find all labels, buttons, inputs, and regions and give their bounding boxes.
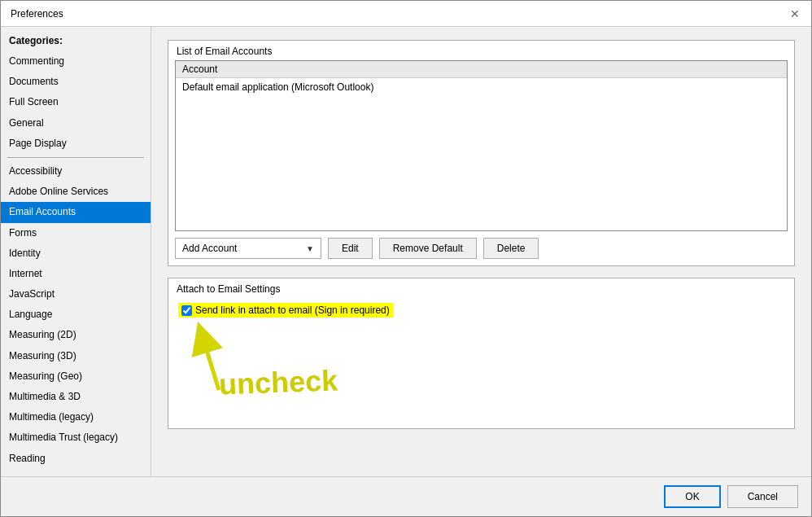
delete-button[interactable]: Delete: [483, 238, 539, 259]
attach-section-title: Attach to Email Settings: [168, 278, 794, 298]
send-link-checkbox[interactable]: [181, 305, 192, 316]
attach-section: Attach to Email Settings Send link in at…: [168, 278, 795, 429]
dialog-title: Preferences: [11, 8, 63, 20]
attach-content: Send link in attach to email (Sign in re…: [168, 298, 794, 428]
send-link-checkbox-row: Send link in attach to email (Sign in re…: [178, 303, 784, 318]
sidebar: Categories: CommentingDocumentsFull Scre…: [1, 27, 151, 476]
dialog-body: Categories: CommentingDocumentsFull Scre…: [1, 27, 811, 476]
sidebar-item-identity[interactable]: Identity: [1, 243, 151, 264]
edit-button[interactable]: Edit: [328, 238, 373, 259]
dropdown-arrow-icon: ▼: [306, 244, 314, 253]
sidebar-item-measuring--2d-[interactable]: Measuring (2D): [1, 325, 151, 345]
email-accounts-box: Account Default email application (Micro…: [175, 60, 788, 231]
sidebar-item-multimedia-trust--legacy-[interactable]: Multimedia Trust (legacy): [1, 427, 151, 448]
sidebar-item-multimedia---3d[interactable]: Multimedia & 3D: [1, 387, 151, 407]
account-item: Default email application (Microsoft Out…: [176, 78, 787, 96]
sidebar-item-adobe-online-services[interactable]: Adobe Online Services: [1, 182, 151, 202]
ok-button[interactable]: OK: [664, 485, 720, 508]
sidebar-item-measuring--3d-[interactable]: Measuring (3D): [1, 346, 151, 366]
sidebar-divider: [7, 157, 144, 158]
sidebar-item-page-display[interactable]: Page Display: [1, 134, 151, 154]
close-button[interactable]: ✕: [788, 7, 801, 20]
dialog-footer: OK Cancel: [1, 476, 811, 516]
add-account-dropdown[interactable]: Add Account ▼: [175, 238, 321, 259]
sidebar-item-general[interactable]: General: [1, 113, 151, 134]
sidebar-item-reading[interactable]: Reading: [1, 449, 151, 468]
sidebar-item-internet[interactable]: Internet: [1, 264, 151, 284]
svg-line-1: [203, 337, 219, 390]
cancel-button[interactable]: Cancel: [727, 485, 798, 508]
add-account-label: Add Account: [182, 243, 237, 254]
checkbox-highlight: Send link in attach to email (Sign in re…: [178, 303, 393, 318]
sidebar-item-javascript[interactable]: JavaScript: [1, 284, 151, 305]
preferences-dialog: Preferences ✕ Categories: CommentingDocu…: [0, 0, 812, 517]
sidebar-item-email-accounts[interactable]: Email Accounts: [1, 202, 151, 222]
sidebar-list: CommentingDocumentsFull ScreenGeneralPag…: [1, 51, 151, 468]
remove-default-button[interactable]: Remove Default: [379, 238, 477, 259]
sidebar-item-multimedia--legacy-[interactable]: Multimedia (legacy): [1, 407, 151, 427]
sidebar-item-full-screen[interactable]: Full Screen: [1, 92, 151, 112]
sidebar-item-forms[interactable]: Forms: [1, 223, 151, 243]
main-content: List of Email Accounts Account Default e…: [151, 27, 811, 476]
title-bar: Preferences ✕: [1, 1, 811, 27]
account-button-row: Add Account ▼ Edit Remove Default Delete: [168, 238, 794, 265]
email-accounts-title: List of Email Accounts: [168, 41, 794, 60]
send-link-label: Send link in attach to email (Sign in re…: [195, 305, 390, 316]
account-header: Account: [176, 61, 787, 78]
sidebar-item-documents[interactable]: Documents: [1, 72, 151, 92]
sidebar-item-measuring--geo-[interactable]: Measuring (Geo): [1, 366, 151, 387]
sidebar-item-accessibility[interactable]: Accessibility: [1, 161, 151, 182]
email-accounts-section: List of Email Accounts Account Default e…: [168, 40, 795, 266]
uncheck-annotation-text: uncheck: [218, 363, 338, 401]
categories-label: Categories:: [1, 35, 151, 51]
sidebar-item-language[interactable]: Language: [1, 305, 151, 325]
annotation-area: uncheck: [178, 321, 784, 418]
sidebar-item-commenting[interactable]: Commenting: [1, 51, 151, 72]
